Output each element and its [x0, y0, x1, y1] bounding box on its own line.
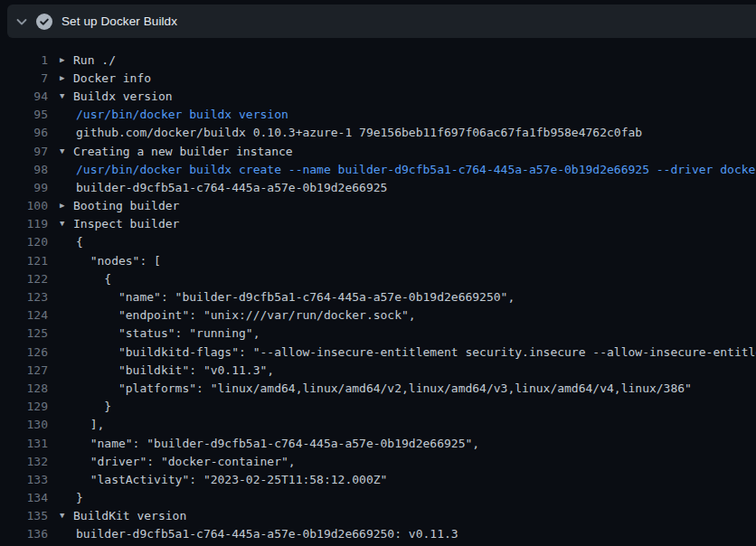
- line-number[interactable]: 135: [0, 509, 48, 522]
- log-output-text: builder-d9cfb5a1-c764-445a-a57e-0b19d2e6…: [76, 527, 458, 541]
- line-number[interactable]: 7: [0, 71, 48, 85]
- line-number[interactable]: 130: [0, 418, 48, 431]
- log-line-row: 128 "platforms": "linux/amd64,linux/amd6…: [0, 379, 756, 397]
- log-output-text: }: [76, 491, 83, 504]
- group-collapsed-icon[interactable]: ▶: [60, 202, 73, 210]
- log-line-row: 132 "driver": "docker-container",: [0, 452, 756, 470]
- group-expanded-icon[interactable]: ▼: [60, 220, 73, 228]
- log-output-text: builder-d9cfb5a1-c764-445a-a57e-0b19d2e6…: [76, 181, 387, 194]
- log-line-row: 129 }: [0, 398, 756, 416]
- line-number[interactable]: 100: [0, 199, 48, 212]
- step-title: Set up Docker Buildx: [61, 14, 177, 28]
- line-number[interactable]: 97: [0, 145, 48, 158]
- log-output-text: {: [76, 235, 83, 249]
- group-collapsed-icon[interactable]: ▶: [60, 56, 73, 64]
- group-title: Buildx version: [73, 89, 173, 103]
- log-line-row: 99builder-d9cfb5a1-c764-445a-a57e-0b19d2…: [0, 178, 756, 196]
- log-line-row: 124 "endpoint": "unix:///var/run/docker.…: [0, 306, 756, 325]
- log-group-row[interactable]: 1▶Run ./: [0, 51, 756, 69]
- log-group-row[interactable]: 135▼BuildKit version: [0, 507, 756, 525]
- log-output-text: "buildkit": "v0.11.3",: [76, 363, 274, 377]
- line-number[interactable]: 124: [0, 308, 48, 322]
- log-line-row: 96github.com/docker/buildx 0.10.3+azure-…: [0, 124, 756, 142]
- log-line-row: 123 "name": "builder-d9cfb5a1-c764-445a-…: [0, 287, 756, 306]
- log-output-text: "driver": "docker-container",: [76, 455, 296, 468]
- line-number[interactable]: 126: [0, 345, 48, 359]
- log-line-row: 134}: [0, 489, 756, 507]
- line-number[interactable]: 94: [0, 89, 48, 103]
- log-line-row: 136builder-d9cfb5a1-c764-445a-a57e-0b19d…: [0, 525, 756, 543]
- line-number[interactable]: 98: [0, 163, 48, 176]
- line-number[interactable]: 121: [0, 254, 48, 268]
- group-title: Booting builder: [73, 199, 179, 212]
- line-number[interactable]: 129: [0, 400, 48, 413]
- group-collapsed-icon[interactable]: ▶: [60, 74, 73, 82]
- log-output-text: "name": "builder-d9cfb5a1-c764-445a-a57e…: [76, 290, 515, 304]
- log-output-text: ],: [76, 418, 104, 431]
- line-number[interactable]: 134: [0, 491, 48, 504]
- line-number[interactable]: 136: [0, 527, 48, 541]
- line-number[interactable]: 123: [0, 290, 48, 304]
- group-expanded-icon[interactable]: ▼: [60, 512, 73, 520]
- group-expanded-icon[interactable]: ▼: [60, 92, 73, 100]
- actions-log-viewer: { "header": { "title": "Set up Docker Bu…: [0, 0, 756, 546]
- log-area: 1▶Run ./7▶Docker info94▼Buildx version95…: [0, 38, 756, 543]
- log-group-row[interactable]: 119▼Inspect builder: [0, 215, 756, 233]
- log-line-row: 125 "status": "running",: [0, 325, 756, 343]
- line-number[interactable]: 133: [0, 473, 48, 486]
- log-group-row[interactable]: 97▼Creating a new builder instance: [0, 142, 756, 160]
- log-group-row[interactable]: 94▼Buildx version: [0, 87, 756, 105]
- log-command-text: /usr/bin/docker buildx create --name bui…: [76, 163, 756, 176]
- log-output-text: "buildkitd-flags": "--allow-insecure-ent…: [76, 345, 756, 359]
- chevron-down-icon[interactable]: [14, 14, 29, 29]
- group-title: Creating a new builder instance: [73, 145, 293, 158]
- log-line-row: 95/usr/bin/docker buildx version: [0, 106, 756, 124]
- log-output-text: "endpoint": "unix:///var/run/docker.sock…: [76, 308, 416, 322]
- log-group-row[interactable]: 7▶Docker info: [0, 69, 756, 87]
- line-number[interactable]: 125: [0, 326, 48, 340]
- line-number[interactable]: 95: [0, 108, 48, 121]
- log-output-text: "lastActivity": "2023-02-25T11:58:12.000…: [76, 473, 387, 486]
- line-number[interactable]: 132: [0, 455, 48, 468]
- line-number[interactable]: 96: [0, 126, 48, 139]
- check-circle-icon: [36, 14, 52, 30]
- line-number[interactable]: 127: [0, 363, 48, 377]
- group-title: Inspect builder: [73, 217, 179, 231]
- group-title: Docker info: [73, 71, 151, 85]
- log-line-row: 98/usr/bin/docker buildx create --name b…: [0, 160, 756, 178]
- log-output-text: "status": "running",: [76, 326, 260, 340]
- line-number[interactable]: 131: [0, 437, 48, 450]
- line-number[interactable]: 99: [0, 181, 48, 194]
- log-line-row: 121 "nodes": [: [0, 251, 756, 269]
- log-line-row: 127 "buildkit": "v0.11.3",: [0, 361, 756, 379]
- step-header[interactable]: Set up Docker Buildx: [7, 5, 756, 38]
- log-output-text: }: [76, 400, 111, 413]
- line-number[interactable]: 119: [0, 217, 48, 231]
- log-output-text: "platforms": "linux/amd64,linux/amd64/v2…: [76, 381, 692, 395]
- log-output-text: "name": "builder-d9cfb5a1-c764-445a-a57e…: [76, 437, 479, 450]
- group-expanded-icon[interactable]: ▼: [60, 147, 73, 155]
- log-command-text: /usr/bin/docker buildx version: [76, 108, 288, 121]
- group-title: Run ./: [73, 53, 116, 67]
- group-title: BuildKit version: [73, 509, 186, 522]
- line-number[interactable]: 1: [0, 53, 48, 67]
- log-output-text: github.com/docker/buildx 0.10.3+azure-1 …: [76, 126, 642, 139]
- log-line-row: 130 ],: [0, 416, 756, 434]
- log-output-text: "nodes": [: [76, 254, 161, 268]
- log-line-row: 126 "buildkitd-flags": "--allow-insecure…: [0, 343, 756, 361]
- log-line-row: 120{: [0, 233, 756, 251]
- log-line-row: 122 {: [0, 269, 756, 287]
- line-number[interactable]: 120: [0, 235, 48, 249]
- line-number[interactable]: 122: [0, 272, 48, 286]
- line-number[interactable]: 128: [0, 381, 48, 395]
- log-output-text: {: [76, 272, 111, 286]
- log-line-row: 131 "name": "builder-d9cfb5a1-c764-445a-…: [0, 434, 756, 452]
- log-line-row: 133 "lastActivity": "2023-02-25T11:58:12…: [0, 470, 756, 488]
- log-group-row[interactable]: 100▶Booting builder: [0, 197, 756, 215]
